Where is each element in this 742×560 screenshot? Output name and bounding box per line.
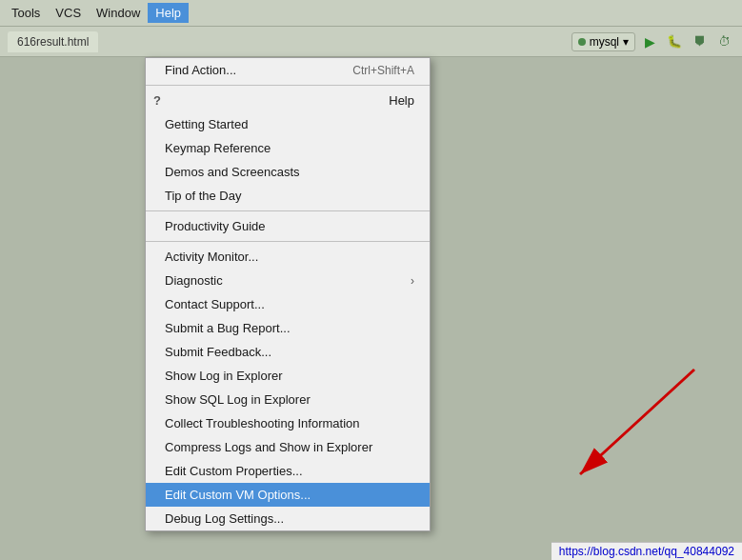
toolbar-right: mysql ▾ ▶ 🐛 ⛊ ⏱ — [572, 31, 734, 52]
menu-item-tip-of-day[interactable]: Tip of the Day — [146, 184, 430, 208]
collect-troubleshooting-label: Collect Troubleshooting Information — [165, 416, 360, 430]
menu-item-activity-monitor[interactable]: Activity Monitor... — [146, 245, 430, 269]
run-config-label: mysql — [590, 35, 619, 49]
menu-vcs[interactable]: VCS — [48, 3, 89, 23]
debug-button[interactable]: 🐛 — [664, 31, 685, 52]
menu-item-debug-log[interactable]: Debug Log Settings... — [146, 507, 430, 530]
menu-item-submit-bug[interactable]: Submit a Bug Report... — [146, 316, 430, 340]
svg-line-1 — [580, 370, 694, 474]
help-dropdown-menu: Find Action... Ctrl+Shift+A ? Help Getti… — [145, 57, 431, 531]
find-action-shortcut: Ctrl+Shift+A — [352, 64, 414, 77]
menu-item-collect-troubleshooting[interactable]: Collect Troubleshooting Information — [146, 411, 430, 435]
status-bar: https://blog.csdn.net/qq_40844092 — [551, 542, 742, 560]
submit-bug-label: Submit a Bug Report... — [165, 321, 291, 335]
profile-icon: ⏱ — [718, 34, 731, 49]
show-log-explorer-label: Show Log in Explorer — [165, 369, 283, 383]
show-sql-log-label: Show SQL Log in Explorer — [165, 392, 311, 407]
find-action-label: Find Action... — [165, 63, 236, 77]
coverage-button[interactable]: ⛊ — [689, 31, 710, 52]
run-button[interactable]: ▶ — [639, 31, 660, 52]
run-config-selector[interactable]: mysql ▾ — [572, 32, 635, 51]
menu-item-edit-custom-vm[interactable]: Edit Custom VM Options... — [146, 483, 430, 507]
menu-item-submit-feedback[interactable]: Submit Feedback... — [146, 340, 430, 364]
diagnostic-label: Diagnostic — [165, 273, 223, 288]
help-label: Help — [389, 93, 414, 108]
main-area: Find Action... Ctrl+Shift+A ? Help Getti… — [0, 57, 742, 560]
profile-button[interactable]: ⏱ — [713, 31, 734, 52]
separator-1 — [146, 85, 430, 86]
debug-icon: 🐛 — [667, 34, 682, 49]
menu-tools[interactable]: Tools — [4, 3, 48, 23]
menu-item-diagnostic[interactable]: Diagnostic › — [146, 269, 430, 292]
menu-item-productivity-guide[interactable]: Productivity Guide — [146, 214, 430, 238]
play-icon: ▶ — [645, 34, 655, 50]
menu-item-help[interactable]: ? Help — [146, 89, 430, 112]
keymap-reference-label: Keymap Reference — [165, 141, 271, 155]
separator-3 — [146, 241, 430, 242]
run-config-dropdown-icon: ▾ — [623, 35, 629, 49]
menu-item-show-log-explorer[interactable]: Show Log in Explorer — [146, 364, 430, 388]
getting-started-label: Getting Started — [165, 117, 248, 131]
arrow-annotation — [504, 360, 713, 512]
compress-logs-label: Compress Logs and Show in Explorer — [165, 440, 372, 454]
question-icon: ? — [153, 93, 161, 108]
run-config-dot — [578, 38, 586, 46]
menu-item-show-sql-log[interactable]: Show SQL Log in Explorer — [146, 388, 430, 411]
tab-file[interactable]: 616result.html — [8, 31, 98, 52]
menu-item-find-action[interactable]: Find Action... Ctrl+Shift+A — [146, 58, 430, 82]
toolbar: 616result.html mysql ▾ ▶ 🐛 ⛊ ⏱ — [0, 27, 742, 57]
separator-2 — [146, 210, 430, 211]
coverage-icon: ⛊ — [693, 34, 706, 49]
status-url: https://blog.csdn.net/qq_40844092 — [559, 545, 734, 558]
activity-monitor-label: Activity Monitor... — [165, 250, 258, 264]
menubar: Tools VCS Window Help — [0, 0, 742, 27]
edit-custom-vm-label: Edit Custom VM Options... — [165, 488, 311, 502]
menu-item-compress-logs[interactable]: Compress Logs and Show in Explorer — [146, 435, 430, 459]
edit-custom-properties-label: Edit Custom Properties... — [165, 464, 303, 478]
menu-item-keymap-reference[interactable]: Keymap Reference — [146, 136, 430, 160]
demos-screencasts-label: Demos and Screencasts — [165, 165, 300, 179]
menu-help[interactable]: Help — [148, 3, 189, 23]
menu-window[interactable]: Window — [89, 3, 148, 23]
submit-feedback-label: Submit Feedback... — [165, 345, 271, 359]
debug-log-label: Debug Log Settings... — [165, 511, 284, 526]
menu-item-getting-started[interactable]: Getting Started — [146, 112, 430, 136]
contact-support-label: Contact Support... — [165, 297, 265, 311]
diagnostic-submenu-arrow: › — [411, 274, 414, 288]
productivity-guide-label: Productivity Guide — [165, 219, 266, 233]
menu-item-demos-screencasts[interactable]: Demos and Screencasts — [146, 160, 430, 184]
menu-item-contact-support[interactable]: Contact Support... — [146, 292, 430, 316]
menu-item-edit-custom-properties[interactable]: Edit Custom Properties... — [146, 459, 430, 483]
tip-of-day-label: Tip of the Day — [165, 189, 241, 203]
